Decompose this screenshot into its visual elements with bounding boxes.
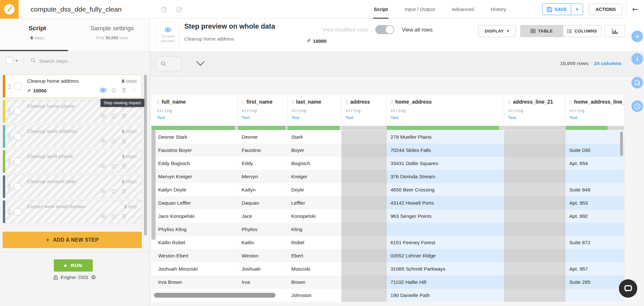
cell-full_name[interactable]: Eddy Bogisich	[151, 157, 238, 170]
column-header-address_line_21[interactable]: address_line_21stringText	[504, 95, 565, 126]
table-search-box[interactable]	[156, 56, 181, 71]
cell-first_name[interactable]: Joshuah	[238, 262, 287, 275]
cell-address_line_21[interactable]	[504, 262, 565, 275]
column-drag-icon[interactable]	[291, 100, 293, 104]
cell-first_name[interactable]: Eddy	[238, 157, 287, 170]
table-view-button[interactable]: TABLE	[521, 25, 563, 37]
cell-last_name[interactable]: Boyer	[287, 144, 341, 157]
cell-home_address_line_2[interactable]: Apt. 953	[565, 196, 624, 209]
step-card[interactable]: Cleanup work phone3 steps⋯	[3, 150, 142, 173]
select-caret-icon[interactable]: ▼	[15, 59, 18, 62]
cell-address_line_21[interactable]	[504, 249, 565, 262]
topbar-tab-input-output[interactable]: Input / Output	[405, 0, 435, 19]
cell-home_address_line_2[interactable]: Apt. 957	[565, 262, 624, 275]
drag-handle-icon[interactable]	[8, 159, 11, 164]
step-checkbox[interactable]	[14, 158, 21, 165]
step-card[interactable]: Cleanup work address6 steps⋯	[3, 125, 142, 148]
drag-handle-icon[interactable]	[8, 84, 11, 89]
info-fab-button[interactable]: i	[631, 53, 643, 65]
cell-home_address[interactable]: 71102 Hallie Hill	[387, 275, 504, 289]
cell-first_name[interactable]: Deonte	[238, 130, 287, 144]
actions-button[interactable]: ACTIONS	[589, 4, 622, 15]
cell-home_address[interactable]	[387, 223, 504, 236]
disable-preview-button[interactable]: Disable preview	[156, 22, 179, 48]
cell-home_address_line_2[interactable]: Suite 872	[565, 236, 624, 249]
cell-address[interactable]	[341, 249, 387, 262]
drag-handle-icon[interactable]	[8, 209, 11, 215]
step-checkbox[interactable]	[14, 183, 21, 190]
cell-home_address[interactable]: 963 Senger Points	[387, 209, 504, 223]
row-gutter-scrollbar[interactable]	[151, 130, 156, 240]
cell-first_name[interactable]: Phyliss	[238, 223, 287, 236]
drag-handle-icon[interactable]	[8, 184, 11, 190]
column-header-address[interactable]: addressstringText	[341, 95, 387, 126]
column-meaning-link[interactable]: Text	[345, 115, 382, 120]
cell-last_name[interactable]: Mosciski	[287, 262, 341, 275]
cell-full_name[interactable]: Mervyn Kreiger	[151, 170, 238, 183]
cell-full_name[interactable]: Joshuah Mosciski	[151, 262, 238, 275]
view-impact-eye-icon[interactable]	[100, 164, 106, 168]
cell-address[interactable]	[341, 289, 387, 302]
column-drag-icon[interactable]	[569, 100, 572, 104]
cell-home_address_line_2[interactable]	[565, 289, 624, 302]
cell-address_line_21[interactable]	[504, 275, 565, 289]
cell-last_name[interactable]: Kreiger	[287, 170, 341, 183]
cell-last_name[interactable]: Kling	[287, 223, 341, 236]
view-impact-eye-icon[interactable]	[100, 189, 106, 193]
cell-home_address[interactable]: 6151 Feeney Forest	[387, 236, 504, 249]
column-header-last_name[interactable]: last_namestringText	[287, 95, 341, 126]
view-rows-toggle[interactable]	[375, 25, 394, 34]
cell-address[interactable]	[341, 144, 387, 157]
cell-address_line_21[interactable]	[504, 130, 565, 144]
cell-home_address_line_2[interactable]: Suite 030	[565, 144, 624, 157]
view-impact-eye-icon[interactable]	[100, 139, 106, 143]
cell-home_address[interactable]: 278 Mueller Plains	[387, 130, 504, 144]
view-impact-eye-icon[interactable]	[100, 214, 106, 218]
more-actions-icon[interactable]: ⋯	[132, 163, 137, 169]
step-checkbox[interactable]	[14, 108, 21, 115]
save-dropdown-button[interactable]: ▼	[571, 4, 583, 15]
cell-address_line_21[interactable]	[504, 209, 565, 223]
delete-step-icon[interactable]	[122, 163, 126, 169]
disable-step-icon[interactable]	[111, 214, 116, 219]
cell-full_name[interactable]: Deonte Stark	[151, 130, 238, 144]
select-all-checkbox[interactable]	[6, 57, 13, 64]
cell-full_name[interactable]: Katlyn Doyle	[151, 183, 238, 196]
cell-address[interactable]	[341, 196, 387, 209]
steps-scrollbar[interactable]	[144, 75, 147, 236]
cell-home_address[interactable]: 31085 Schmitt Parkways	[387, 262, 504, 275]
cell-address_line_21[interactable]	[504, 236, 565, 249]
cell-address[interactable]	[341, 157, 387, 170]
cell-address_line_21[interactable]	[504, 170, 565, 183]
column-drag-icon[interactable]	[508, 100, 510, 104]
cell-first_name[interactable]: Irva	[238, 275, 287, 289]
view-impact-eye-icon[interactable]	[100, 114, 106, 118]
cell-address[interactable]	[341, 183, 387, 196]
cell-address[interactable]	[341, 262, 387, 275]
cell-first_name[interactable]: Katlyn	[238, 183, 287, 196]
more-actions-icon[interactable]: ⋯	[132, 188, 137, 194]
column-drag-icon[interactable]	[390, 100, 393, 104]
column-header-first_name[interactable]: first_namestringText	[238, 95, 287, 126]
cell-home_address_line_2[interactable]: Suite 848	[565, 183, 624, 196]
column-meaning-link[interactable]: Text	[291, 115, 337, 120]
more-actions-icon[interactable]: ⋯	[132, 113, 137, 119]
discussions-fab-button[interactable]	[631, 77, 643, 88]
disable-step-icon[interactable]	[111, 189, 116, 194]
disable-step-icon[interactable]	[111, 138, 116, 144]
more-actions-icon[interactable]: ⋯	[132, 213, 137, 219]
cell-home_address[interactable]: 03552 Lehner Ridge	[387, 249, 504, 262]
disable-step-icon[interactable]	[111, 113, 116, 118]
cell-last_name[interactable]: Bogisich	[287, 157, 341, 170]
drag-handle-icon[interactable]	[8, 134, 11, 139]
display-dropdown-button[interactable]: DISPLAY ▼	[478, 25, 516, 37]
column-header-home_address[interactable]: home_addressstringText	[387, 95, 504, 126]
cell-home_address_line_2[interactable]	[565, 249, 624, 262]
cell-last_name[interactable]: Brown	[287, 275, 341, 289]
column-drag-icon[interactable]	[157, 100, 159, 104]
back-arrow-icon[interactable]: ←	[632, 5, 639, 14]
view-impact-eye-icon[interactable]	[99, 87, 108, 93]
cell-full_name[interactable]: Weston Ebert	[151, 249, 238, 262]
prepare-recipe-logo[interactable]	[0, 0, 19, 19]
step-card[interactable]: Cleanup home address6 steps✎10000⋯	[3, 75, 142, 98]
